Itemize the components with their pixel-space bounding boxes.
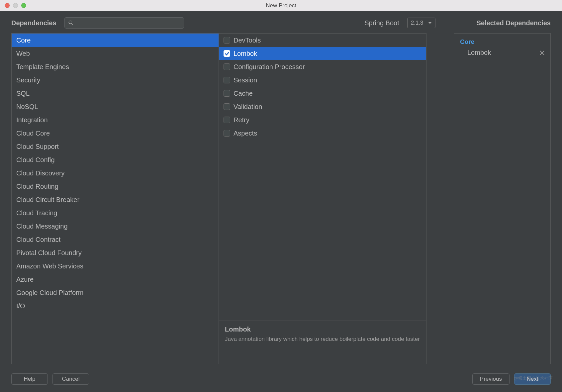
category-item[interactable]: Cloud Messaging (12, 220, 219, 233)
category-item[interactable]: Cloud Routing (12, 180, 219, 193)
checkbox[interactable] (224, 103, 230, 110)
option-label: Aspects (234, 128, 257, 138)
window-controls (0, 3, 26, 8)
option-item[interactable]: Aspects (219, 127, 426, 140)
chevron-down-icon (428, 22, 432, 24)
category-item[interactable]: Cloud Tracing (12, 206, 219, 220)
previous-button[interactable]: Previous (472, 373, 510, 385)
category-item[interactable]: Google Cloud Platform (12, 286, 219, 299)
options-panel: DevToolsLombokConfiguration ProcessorSes… (219, 34, 426, 321)
category-item[interactable]: Cloud Config (12, 153, 219, 166)
option-label: Validation (234, 102, 262, 112)
version-select[interactable]: 2.1.3 (407, 18, 435, 28)
remove-icon[interactable] (540, 50, 544, 55)
selected-group-title: Core (454, 37, 550, 47)
checkmark-icon (225, 52, 229, 55)
option-item[interactable]: DevTools (219, 34, 426, 47)
help-button[interactable]: Help (11, 373, 48, 385)
category-item[interactable]: Amazon Web Services (12, 259, 219, 273)
maximize-window-icon[interactable] (21, 3, 26, 8)
option-item[interactable]: Retry (219, 113, 426, 127)
category-item[interactable]: Security (12, 73, 219, 87)
footer: Help Cancel Previous Next (0, 369, 562, 392)
category-item[interactable]: Pivotal Cloud Foundry (12, 246, 219, 259)
category-item[interactable]: Cloud Core (12, 127, 219, 140)
option-label: Lombok (234, 49, 257, 58)
option-item[interactable]: Lombok (219, 47, 426, 60)
option-label: Cache (234, 88, 253, 98)
option-label: DevTools (234, 35, 261, 45)
option-item[interactable]: Validation (219, 100, 426, 113)
checkbox[interactable] (224, 50, 230, 57)
category-item[interactable]: NoSQL (12, 100, 219, 113)
description-text: Java annotation library which helps to r… (225, 335, 420, 343)
category-item[interactable]: Cloud Circuit Breaker (12, 193, 219, 206)
checkbox[interactable] (224, 77, 230, 83)
selected-dependencies-heading: Selected Dependencies (477, 19, 551, 27)
search-icon (68, 20, 74, 26)
checkbox[interactable] (224, 37, 230, 44)
checkbox[interactable] (224, 117, 230, 123)
close-window-icon[interactable] (5, 3, 10, 8)
selected-panel: Core Lombok (454, 33, 551, 364)
header-row: Dependencies Spring Boot 2.1.3 Selected … (0, 11, 562, 33)
category-item[interactable]: Integration (12, 113, 219, 127)
category-item[interactable]: Web (12, 47, 219, 60)
option-label: Session (234, 75, 257, 85)
description-title: Lombok (225, 326, 420, 333)
option-label: Configuration Processor (234, 62, 305, 72)
version-value: 2.1.3 (411, 20, 423, 26)
checkbox[interactable] (224, 130, 230, 137)
category-item[interactable]: SQL (12, 87, 219, 100)
search-field[interactable] (64, 17, 184, 29)
checkbox[interactable] (224, 63, 230, 70)
option-item[interactable]: Configuration Processor (219, 60, 426, 73)
minimize-window-icon (13, 3, 18, 8)
window-title: New Project (0, 2, 562, 9)
cancel-button[interactable]: Cancel (52, 373, 89, 385)
categories-panel: CoreWebTemplate EnginesSecuritySQLNoSQLI… (11, 33, 219, 364)
spring-boot-label: Spring Boot (364, 19, 399, 27)
category-item[interactable]: Azure (12, 273, 219, 286)
description-panel: Lombok Java annotation library which hel… (219, 321, 426, 364)
window-titlebar: New Project (0, 0, 562, 11)
category-item[interactable]: Cloud Contract (12, 233, 219, 246)
category-item[interactable]: Cloud Discovery (12, 166, 219, 180)
category-item[interactable]: I/O (12, 299, 219, 313)
checkbox[interactable] (224, 90, 230, 97)
option-label: Retry (234, 115, 249, 125)
category-item[interactable]: Template Engines (12, 60, 219, 73)
category-item[interactable]: Cloud Support (12, 140, 219, 153)
search-input[interactable] (77, 20, 180, 26)
next-button[interactable]: Next (514, 373, 551, 385)
option-item[interactable]: Session (219, 73, 426, 87)
dependencies-heading: Dependencies (11, 19, 56, 27)
selected-item[interactable]: Lombok (454, 47, 550, 58)
option-item[interactable]: Cache (219, 87, 426, 100)
selected-item-label: Lombok (467, 49, 491, 56)
category-item[interactable]: Core (12, 34, 219, 47)
